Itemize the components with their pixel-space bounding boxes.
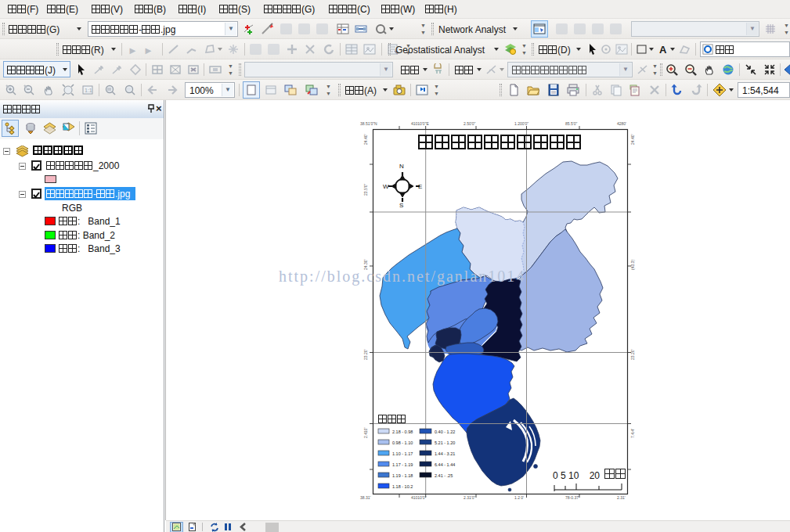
svg-text:24.40': 24.40' bbox=[630, 134, 635, 145]
svg-text:1.18 - 10.2: 1.18 - 10.2 bbox=[392, 484, 413, 489]
svg-text:23.20': 23.20' bbox=[363, 349, 368, 360]
svg-text:2.31': 2.31' bbox=[617, 495, 626, 500]
svg-text:2.410': 2.410' bbox=[363, 427, 368, 438]
svg-text:S: S bbox=[399, 202, 403, 209]
svg-text:1.2 0': 1.2 0' bbox=[514, 495, 524, 500]
svg-text:1.17 - 1.19: 1.17 - 1.19 bbox=[392, 462, 413, 467]
svg-text:1.19 - 1.18: 1.19 - 1.18 bbox=[392, 473, 413, 478]
svg-text:41010'0": 41010'0" bbox=[411, 495, 427, 500]
svg-text:23.20': 23.20' bbox=[630, 349, 635, 360]
svg-text:1.10 - 1.17: 1.10 - 1.17 bbox=[392, 451, 413, 456]
svg-text:2.50'0": 2.50'0" bbox=[464, 121, 475, 126]
svg-text:1.44 - 3.21: 1.44 - 3.21 bbox=[435, 451, 455, 456]
svg-text:0.40 - 1.22: 0.40 - 1.22 bbox=[435, 430, 455, 434]
svg-text:5.21 - 1.20: 5.21 - 1.20 bbox=[435, 440, 455, 445]
svg-text:E: E bbox=[418, 183, 422, 190]
svg-text:7.4.4': 7.4.4' bbox=[630, 429, 635, 438]
svg-text:24.40': 24.40' bbox=[363, 134, 368, 145]
svg-text:2.18 - 0.98: 2.18 - 0.98 bbox=[392, 430, 413, 434]
svg-text:2.31'0": 2.31'0" bbox=[464, 495, 475, 500]
svg-text:6.44 - 1.44: 6.44 - 1.44 bbox=[435, 462, 455, 467]
svg-text:(43.3): (43.3) bbox=[630, 260, 635, 270]
svg-text:0 5 10 20: 0 5 10 20 bbox=[553, 470, 600, 481]
svg-text:2.41 - .25: 2.41 - .25 bbox=[435, 473, 453, 478]
svg-text:78-0.37': 78-0.37' bbox=[565, 495, 579, 500]
svg-text:85.5'0": 85.5'0" bbox=[565, 121, 577, 126]
svg-text:N: N bbox=[399, 163, 404, 170]
svg-text:W: W bbox=[383, 183, 389, 190]
svg-text:41010'0"E: 41010'0"E bbox=[411, 121, 429, 126]
svg-text:38.31': 38.31' bbox=[360, 495, 371, 500]
svg-text:1.200'0": 1.200'0" bbox=[514, 121, 528, 126]
svg-text:38.51'0"N: 38.51'0"N bbox=[360, 121, 377, 126]
svg-text:1:1: 1:1 bbox=[85, 88, 92, 93]
svg-text:0.98 - 1.10: 0.98 - 1.10 bbox=[392, 440, 413, 445]
svg-text:4280': 4280' bbox=[617, 121, 626, 126]
svg-text:23.5'0": 23.5'0" bbox=[363, 184, 368, 196]
